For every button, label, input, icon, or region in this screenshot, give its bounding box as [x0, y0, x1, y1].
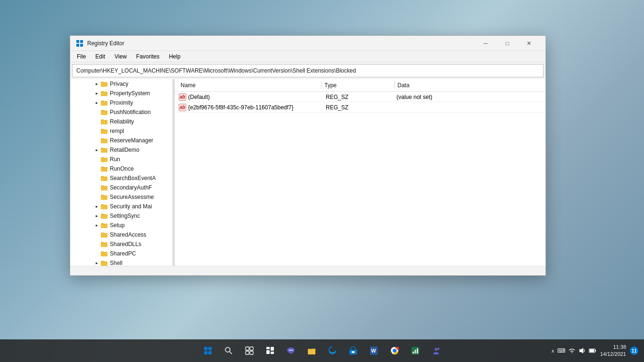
expand-arrow[interactable]: ▸: [93, 80, 100, 88]
expand-arrow[interactable]: [93, 156, 100, 163]
tree-item-run[interactable]: Run: [70, 155, 173, 164]
address-text: Computer\HKEY_LOCAL_MACHINE\SOFTWARE\Mic…: [76, 67, 356, 74]
expand-arrow[interactable]: [93, 127, 100, 135]
expand-arrow[interactable]: [93, 184, 100, 191]
svg-rect-63: [595, 350, 596, 352]
expand-arrow[interactable]: ▸: [93, 203, 100, 210]
tree-item-sharedaccess[interactable]: SharedAccess: [70, 230, 173, 239]
col-separator-2: [394, 81, 395, 89]
svg-rect-4: [101, 82, 107, 83]
edge-button[interactable]: [323, 341, 342, 360]
file-explorer-button[interactable]: [302, 341, 321, 360]
expand-arrow[interactable]: ▸: [93, 146, 100, 154]
expand-arrow[interactable]: [93, 137, 100, 144]
svg-point-31: [225, 347, 230, 352]
tree-item-reservemanager[interactable]: ReserveManager: [70, 136, 173, 145]
tree-item-sharedpc[interactable]: SharedPC: [70, 249, 173, 258]
menu-edit[interactable]: Edit: [91, 52, 110, 61]
taskbar-right: ∧ ⌨ 11:38 14/12/2021 11: [551, 344, 638, 358]
expand-arrow[interactable]: [93, 165, 100, 173]
menu-view[interactable]: View: [110, 52, 132, 61]
wifi-icon: [568, 348, 576, 354]
tree-label: SharedPC: [110, 250, 136, 257]
tree-item-settingsync[interactable]: ▸ SettingSync: [70, 211, 173, 221]
tree-panel[interactable]: ▸ Privacy▸ PropertySystem▸ Proximity Pus…: [70, 79, 173, 266]
search-button[interactable]: [219, 341, 238, 360]
expand-arrow[interactable]: [93, 118, 100, 125]
expand-arrow[interactable]: [93, 193, 100, 201]
cell-type: REG_SZ: [326, 104, 396, 111]
expand-arrow[interactable]: ▸: [93, 90, 100, 97]
svg-rect-12: [101, 158, 107, 158]
tree-item-proximity[interactable]: ▸ Proximity: [70, 98, 173, 107]
widgets-button[interactable]: [261, 341, 280, 360]
tree-label: Shell: [110, 260, 123, 266]
expand-arrow[interactable]: [93, 174, 100, 182]
expand-arrow[interactable]: ▸: [93, 259, 100, 266]
detail-row-1[interactable]: ab{e2bf9676-5f8f-435c-97eb-11607a5bedf7}…: [175, 102, 545, 113]
expand-arrow[interactable]: ▸: [93, 99, 100, 107]
tree-label: SharedAccess: [110, 231, 146, 238]
svg-rect-40: [271, 352, 274, 354]
chrome-button[interactable]: [385, 341, 404, 360]
svg-rect-16: [101, 196, 107, 196]
expand-arrow[interactable]: [93, 108, 100, 116]
notification-badge[interactable]: 11: [630, 346, 638, 355]
col-header-data: Data: [396, 81, 542, 90]
expand-arrow[interactable]: ▸: [93, 212, 100, 220]
folder-icon: [100, 137, 108, 144]
tree-item-shell[interactable]: ▸ Shell: [70, 258, 173, 266]
menu-help[interactable]: Help: [164, 52, 185, 61]
tree-item-propertysystem[interactable]: ▸ PropertySystem: [70, 89, 173, 98]
tree-item-rempl[interactable]: rempl: [70, 126, 173, 136]
svg-text:W: W: [371, 348, 376, 354]
svg-marker-60: [579, 348, 583, 354]
sys-tray-icons: ∧ ⌨: [551, 347, 596, 354]
folder-icon: [100, 156, 108, 163]
menu-favorites[interactable]: Favorites: [132, 52, 164, 61]
task-view-button[interactable]: [240, 341, 259, 360]
tree-item-reliability[interactable]: Reliability: [70, 117, 173, 126]
system-clock[interactable]: 11:38 14/12/2021: [600, 344, 626, 358]
svg-rect-55: [413, 352, 414, 354]
folder-icon: [100, 127, 108, 135]
svg-rect-20: [101, 233, 107, 234]
tree-label: Proximity: [110, 99, 133, 106]
svg-rect-30: [208, 351, 212, 354]
svg-point-44: [290, 350, 291, 351]
close-button[interactable]: ✕: [518, 36, 540, 51]
folder-icon: [100, 212, 108, 220]
detail-row-0[interactable]: ab(Default)REG_SZ(value not set): [175, 92, 545, 102]
svg-rect-57: [417, 348, 418, 354]
store-button[interactable]: [344, 341, 363, 360]
expand-arrow[interactable]: [93, 250, 100, 257]
svg-line-32: [230, 352, 232, 354]
minimize-button[interactable]: ─: [475, 36, 496, 51]
chevron-icon[interactable]: ∧: [551, 348, 554, 354]
word-button[interactable]: W: [364, 341, 383, 360]
tree-item-secureassessme[interactable]: SecureAssessme: [70, 192, 173, 202]
maximize-button[interactable]: □: [496, 36, 518, 51]
start-button[interactable]: [198, 341, 217, 360]
svg-rect-23: [101, 262, 107, 262]
chart-button[interactable]: [406, 341, 425, 360]
tree-item-shareddlls[interactable]: SharedDLLs: [70, 239, 173, 249]
menu-file[interactable]: File: [72, 52, 91, 61]
teams-button[interactable]: [427, 341, 446, 360]
expand-arrow[interactable]: [93, 231, 100, 239]
tree-item-setup[interactable]: ▸ Setup: [70, 221, 173, 230]
svg-rect-15: [101, 186, 107, 187]
tree-item-secondaryauthf[interactable]: SecondaryAuthF: [70, 183, 173, 192]
tree-item-runonce[interactable]: RunOnce: [70, 164, 173, 173]
status-bar: [70, 266, 545, 275]
expand-arrow[interactable]: ▸: [93, 222, 100, 229]
tree-item-security-and-mai[interactable]: ▸ Security and Mai: [70, 202, 173, 211]
tree-item-privacy[interactable]: ▸ Privacy: [70, 79, 173, 89]
tree-item-searchboxeventa[interactable]: SearchBoxEventA: [70, 173, 173, 183]
chat-button[interactable]: [281, 341, 300, 360]
tree-item-retaildemo[interactable]: ▸ RetailDemo: [70, 145, 173, 155]
svg-rect-34: [250, 347, 253, 350]
expand-arrow[interactable]: [93, 240, 100, 248]
tree-item-pushnotification[interactable]: PushNotification: [70, 107, 173, 117]
address-bar[interactable]: Computer\HKEY_LOCAL_MACHINE\SOFTWARE\Mic…: [72, 64, 544, 77]
